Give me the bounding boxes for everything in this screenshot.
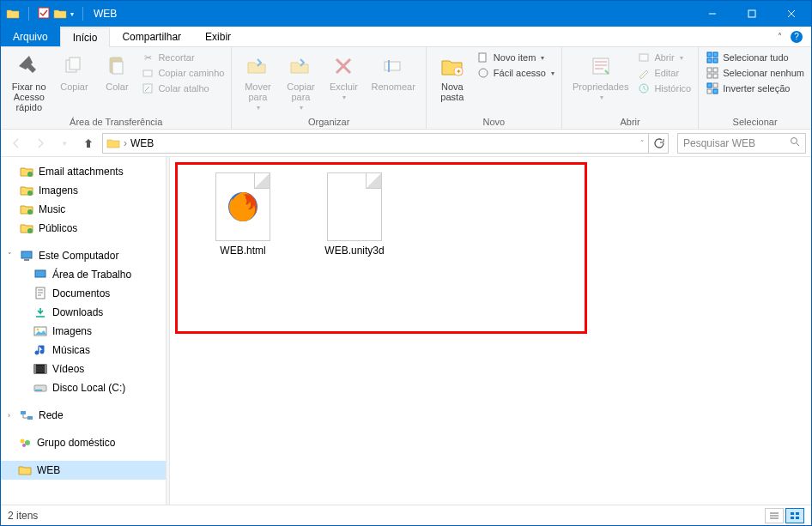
svg-rect-48 [34, 365, 36, 373]
ribbon-collapse-icon[interactable]: ˄ [778, 32, 782, 41]
sidebar-item-images2[interactable]: Imagens [1, 322, 166, 341]
file-item-unity3d[interactable]: WEB.unity3d [316, 172, 393, 257]
edit-button[interactable]: Editar [637, 66, 691, 80]
chevron-down-icon[interactable]: ▾ [70, 10, 74, 18]
copy-path-button[interactable]: Copiar caminho [141, 66, 224, 80]
sidebar-item-videos[interactable]: Vídeos [1, 360, 166, 378]
sidebar-item-email[interactable]: Email attachments [1, 162, 166, 181]
delete-button[interactable]: Excluir▾ [324, 51, 362, 103]
svg-rect-2 [748, 10, 755, 17]
view-icons-button[interactable] [785, 508, 804, 523]
file-name: WEB.unity3d [324, 245, 384, 257]
svg-point-38 [27, 209, 33, 215]
sidebar-item-network[interactable]: ›Rede [1, 406, 166, 425]
chevron-right-icon[interactable]: › [124, 137, 127, 149]
chevron-down-icon[interactable]: ˅ [640, 139, 645, 148]
paste-shortcut-button[interactable]: Colar atalho [141, 82, 224, 95]
firefox-icon [224, 188, 262, 226]
move-to-icon [244, 52, 271, 80]
svg-rect-63 [791, 517, 794, 519]
chevron-down-icon[interactable]: ˅ [8, 251, 15, 260]
nav-recent-button[interactable]: ▾ [54, 133, 75, 154]
file-thumb-html [215, 172, 270, 241]
path-segment[interactable]: WEB [130, 137, 154, 149]
svg-rect-31 [713, 89, 718, 94]
folder-icon [20, 203, 33, 216]
help-icon[interactable]: ? [791, 31, 803, 43]
sidebar-item-desktop[interactable]: Área de Trabalho [1, 265, 166, 284]
ribbon-group-clipboard: Fixar no Acesso rápido Copiar Colar ✂Rec… [1, 47, 232, 129]
view-details-button[interactable] [765, 508, 784, 523]
file-thumb-blank [327, 172, 382, 241]
desktop-icon [33, 268, 47, 281]
file-item-html[interactable]: WEB.html [204, 172, 282, 257]
history-button[interactable]: Histórico [637, 82, 691, 95]
copy-button[interactable]: Copiar [55, 51, 93, 94]
select-none-button[interactable]: Selecionar nenhum [706, 66, 804, 80]
sidebar-item-web[interactable]: WEB [1, 461, 166, 480]
sidebar-item-music[interactable]: Music [1, 200, 166, 219]
new-item-icon [476, 51, 490, 64]
svg-rect-22 [707, 52, 712, 57]
nav-back-button[interactable] [6, 133, 27, 154]
tab-share[interactable]: Compartilhar [110, 27, 193, 46]
sidebar-item-public[interactable]: Públicos [1, 219, 166, 238]
maximize-button[interactable] [732, 1, 772, 27]
refresh-button[interactable] [648, 133, 669, 154]
svg-rect-0 [39, 8, 49, 18]
sidebar-item-computer[interactable]: ˅Este Computador [1, 246, 166, 265]
invert-selection-button[interactable]: Inverter seleção [706, 82, 804, 95]
tab-file[interactable]: Arquivo [1, 27, 60, 46]
computer-icon [20, 249, 33, 263]
properties-icon [587, 52, 615, 80]
sidebar-item-homegroup[interactable]: Grupo doméstico [1, 433, 166, 452]
new-item-button[interactable]: Novo item▾ [476, 51, 554, 64]
chevron-right-icon[interactable]: › [8, 411, 15, 420]
open-button[interactable]: Abrir▾ [637, 51, 691, 64]
sidebar-item-disk[interactable]: Disco Local (C:) [1, 378, 166, 397]
tab-view[interactable]: Exibir [193, 27, 243, 46]
edit-icon [637, 66, 651, 80]
disk-icon [33, 381, 47, 395]
svg-rect-17 [479, 53, 486, 62]
close-button[interactable] [772, 1, 811, 27]
copy-to-button[interactable]: Copiar para▾ [282, 51, 319, 113]
svg-rect-27 [713, 68, 718, 72]
sidebar-item-images[interactable]: Imagens [1, 181, 166, 200]
item-count: 2 itens [8, 510, 38, 522]
select-all-icon [706, 51, 719, 64]
search-placeholder: Pesquisar WEB [683, 137, 755, 149]
svg-rect-9 [143, 70, 152, 76]
address-path[interactable]: › WEB ˅ [102, 133, 649, 154]
svg-point-54 [21, 439, 25, 444]
menu-bar: Arquivo Início Compartilhar Exibir ˄ ? [1, 27, 811, 47]
videos-icon [33, 362, 47, 376]
cut-button[interactable]: ✂Recortar [141, 51, 224, 64]
svg-rect-52 [21, 411, 26, 414]
easy-access-button[interactable]: Fácil acesso▾ [476, 66, 554, 80]
svg-rect-23 [713, 52, 718, 57]
properties-button[interactable]: Propriedades▾ [569, 51, 632, 103]
select-all-button[interactable]: Selecionar tudo [706, 51, 804, 64]
sidebar-item-downloads[interactable]: Downloads [1, 303, 166, 322]
search-input[interactable]: Pesquisar WEB [677, 133, 806, 154]
nav-up-button[interactable] [78, 133, 99, 154]
status-bar: 2 itens [1, 505, 811, 525]
content-pane[interactable]: WEB.html WEB.unity3d [170, 157, 811, 505]
paste-button[interactable]: Colar [98, 51, 136, 94]
nav-forward-button[interactable] [30, 133, 51, 154]
tab-home[interactable]: Início [60, 27, 111, 47]
svg-rect-29 [713, 74, 718, 78]
pin-quick-access-button[interactable]: Fixar no Acesso rápido [8, 51, 50, 114]
rename-button[interactable]: Renomear [367, 51, 418, 94]
sidebar-item-documents[interactable]: Documentos [1, 284, 166, 303]
svg-rect-30 [707, 83, 712, 88]
open-icon [637, 51, 651, 64]
new-folder-button[interactable]: ✦ Nova pasta [433, 51, 471, 104]
title-bar: ▾ WEB [1, 1, 811, 27]
minimize-button[interactable] [693, 1, 732, 27]
sidebar-item-music2[interactable]: Músicas [1, 341, 166, 360]
move-to-button[interactable]: Mover para▾ [239, 51, 276, 113]
clipboard-group-label: Área de Transferência [8, 115, 224, 127]
svg-point-55 [25, 440, 30, 445]
